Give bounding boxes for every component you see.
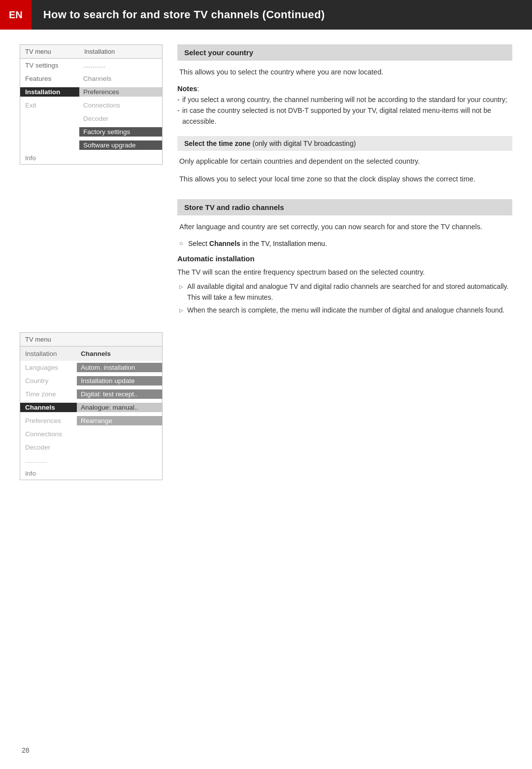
menu2-row-decoder2-col2 [77, 443, 162, 452]
menu1-row-features: Features Channels [20, 72, 162, 85]
auto-install-bullet-2: When the search is complete, the menu wi… [177, 305, 512, 316]
select-country-header: Select your country [177, 44, 512, 61]
page-number: 28 [22, 746, 30, 754]
left-column: TV menu Installation TV settings .......… [20, 44, 163, 495]
menu2-info: Info [20, 467, 162, 480]
section-time-zone: Select the time zone (only with digital … [177, 136, 512, 185]
store-tv-header: Store TV and radio channels [177, 199, 512, 215]
menu2-row-timezone-col1: Time zone [20, 389, 77, 399]
menu2-row-country: Country Installation update [20, 374, 162, 387]
time-zone-header: Select the time zone (only with digital … [177, 136, 512, 151]
menu2-row-connections: Connections [20, 427, 162, 441]
menu1-row-exit-col1: Exit [20, 101, 79, 110]
menu2-row-channels-label: Channels [77, 349, 162, 359]
menu1-row-tv-settings: TV settings ............ [20, 59, 162, 72]
menu1-row-tv-settings-col2: ............ [79, 61, 162, 70]
auto-install-bullets: All available digital and analogue TV an… [177, 281, 512, 315]
section-select-country: Select your country This allows you to s… [177, 44, 512, 127]
main-content: TV menu Installation TV settings .......… [0, 44, 532, 495]
notes-label: Notes [177, 85, 197, 93]
menu2-row-languages: Languages Autom. installation [20, 361, 162, 374]
menu1-row-features-col2: Channels [79, 74, 162, 83]
menu1-col1-header: TV menu [25, 48, 84, 55]
menu2-row-installation-col1: Installation [20, 349, 77, 359]
tv-menu-header-1: TV menu Installation [20, 45, 162, 59]
notes-item-2: in case the country selected is not DVB-… [177, 105, 512, 127]
menu1-row-decoder-col2: Decoder [79, 114, 162, 123]
notes-block: Notes: if you select a wrong country, th… [177, 84, 512, 127]
menu1-row-installation: Installation Preferences [20, 85, 162, 99]
time-zone-title-strong: Select the time zone [184, 140, 251, 147]
menu1-row-features-col1: Features [20, 74, 79, 83]
menu1-row-exit: Exit Connections [20, 99, 162, 112]
menu1-row-software: Software upgrade [20, 139, 162, 152]
menu1-row-installation-col1: Installation [20, 87, 79, 97]
select-country-body: This allows you to select the country wh… [177, 67, 512, 77]
menu1-row-software-col2: Software upgrade [79, 140, 162, 150]
menu2-row-dots-col1: ............ [20, 456, 77, 465]
select-channels-line: ○ Select Channels in the TV, Installatio… [177, 240, 512, 247]
menu1-row-tv-settings-col1: TV settings [20, 61, 79, 70]
right-column: Select your country This allows you to s… [177, 44, 512, 495]
notes-list: if you select a wrong country, the chann… [177, 95, 512, 127]
menu1-info: Info [20, 152, 162, 164]
bullet-circle-icon: ○ [179, 240, 184, 247]
menu2-row-languages-col2: Autom. installation [77, 363, 162, 372]
menu2-row-preferences-col2: Rearrange [77, 416, 162, 425]
menu1-row-factory-col1 [20, 127, 79, 137]
menu1-col2-header: Installation [84, 48, 157, 55]
menu1-row-decoder-col1 [20, 114, 79, 123]
auto-install-bullet-1: All available digital and analogue TV an… [177, 281, 512, 303]
auto-install-body: The TV will scan the entire frequency sp… [177, 267, 512, 278]
menu2-row-decoder2: Decoder [20, 441, 162, 454]
header-banner: EN How to search for and store TV channe… [0, 0, 532, 30]
menu2-row-timezone: Time zone Digital: test recept.. [20, 387, 162, 401]
menu1-row-factory: Factory settings [20, 125, 162, 139]
menu2-row-connections-col2 [77, 429, 162, 439]
page-title: How to search for and store TV channels … [32, 8, 325, 21]
en-badge: EN [0, 0, 32, 30]
menu2-row-country-col2: Installation update [77, 376, 162, 385]
tv-menu-box-2: TV menu Installation Channels Languages … [20, 332, 163, 480]
menu2-row-dots-col2 [77, 456, 162, 465]
menu2-row-dots: ............ [20, 454, 162, 467]
select-line-suffix: in the TV, Installation menu. [240, 240, 327, 247]
menu1-row-factory-col2: Factory settings [79, 127, 162, 137]
menu2-row-preferences: Preferences Rearrange [20, 414, 162, 427]
menu2-row-languages-col1: Languages [20, 363, 77, 372]
menu1-row-exit-col2: Connections [79, 101, 162, 110]
menu2-row-country-col1: Country [20, 376, 77, 385]
time-zone-body1: Only applicable for certain countries an… [177, 156, 512, 167]
menu2-row-preferences-col1: Preferences [20, 416, 77, 425]
time-zone-title-suffix: (only with digital TV broadcasting) [251, 140, 356, 147]
auto-install-section: Automatic installation The TV will scan … [177, 254, 512, 316]
select-channels-bold: Channels [209, 240, 240, 247]
tv-menu-header-2: TV menu [20, 333, 162, 347]
menu2-col2-header [84, 336, 157, 343]
time-zone-body2: This allows you to select your local tim… [177, 174, 512, 184]
menu1-row-software-col1 [20, 140, 79, 150]
menu1-row-installation-col2: Preferences [79, 87, 162, 97]
menu2-row-connections-col1: Connections [20, 429, 77, 439]
menu2-col1-header: TV menu [25, 336, 84, 343]
menu2-row-header: Installation Channels [20, 347, 162, 361]
store-tv-body: After language and country are set corre… [177, 221, 512, 232]
section-store-tv: Store TV and radio channels After langua… [177, 199, 512, 315]
select-line-text: Select Channels in the TV, Installation … [188, 240, 327, 247]
menu2-row-channels-col1: Channels [20, 403, 77, 412]
notes-item-1: if you select a wrong country, the chann… [177, 95, 512, 105]
menu1-row-decoder: Decoder [20, 112, 162, 125]
auto-install-header: Automatic installation [177, 254, 512, 263]
menu2-row-channels-col2: Analogue: manual.. [77, 403, 162, 412]
tv-menu-box-1: TV menu Installation TV settings .......… [20, 44, 163, 165]
menu2-row-channels: Channels Analogue: manual.. [20, 401, 162, 414]
menu2-row-decoder2-col1: Decoder [20, 443, 77, 452]
menu2-row-timezone-col2: Digital: test recept.. [77, 389, 162, 399]
